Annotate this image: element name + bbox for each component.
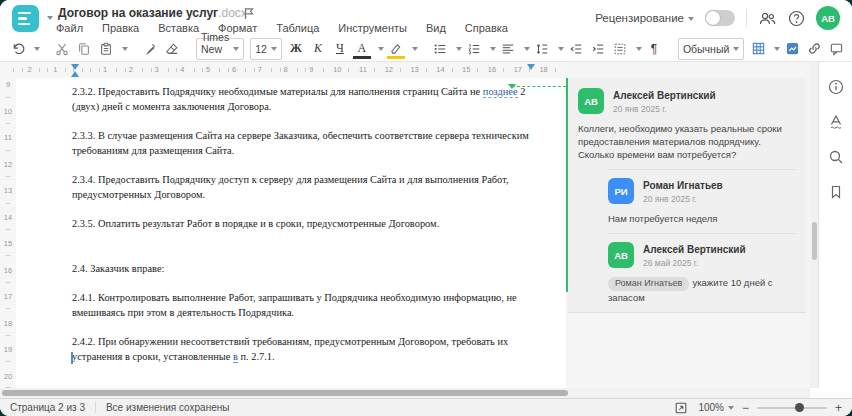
menu-file[interactable]: Файл <box>56 22 83 34</box>
spellcheck-icon[interactable] <box>827 113 845 131</box>
comment-date: 20 янв 2025 г. <box>613 104 716 114</box>
line-spacing-button[interactable] <box>532 38 552 60</box>
menu-edit[interactable]: Правка <box>102 22 139 34</box>
paste-caret-icon[interactable] <box>122 47 128 51</box>
review-mode-dropdown[interactable]: Рецензирование <box>595 12 694 24</box>
cut-button[interactable] <box>52 38 72 60</box>
vertical-scrollbar[interactable] <box>810 62 818 388</box>
paragraph-2-3-4[interactable]: 2.3.4. Предоставить Подрядчику доступ к … <box>72 172 534 202</box>
search-icon[interactable] <box>827 148 845 166</box>
zoom-in-button[interactable]: + <box>835 403 842 413</box>
underline-button[interactable]: Ч <box>330 38 350 60</box>
zoom-level-value: 100% <box>698 402 724 413</box>
style-caret-icon <box>733 47 739 51</box>
format-painter-button[interactable] <box>140 38 160 60</box>
document-info-icon[interactable] <box>827 78 845 96</box>
status-bar: Страница 2 из 3 Все изменения сохранены … <box>0 398 852 416</box>
text-cursor <box>71 352 73 364</box>
horizontal-ruler[interactable]: 21123456789101112131415161718 <box>0 62 566 79</box>
vertical-scrollbar-thumb[interactable] <box>812 222 817 260</box>
paragraph-settings-button[interactable] <box>610 38 630 60</box>
menu-tools[interactable]: Инструменты <box>338 22 407 34</box>
paragraph-2-3-3[interactable]: 2.3.3. В случае размещения Сайта на серв… <box>72 128 534 158</box>
app-menu-caret-icon[interactable] <box>47 16 53 20</box>
tracked-change-word[interactable]: позднее <box>483 86 518 98</box>
document-page[interactable]: 2.3.2. Предоставить Подрядчику необходим… <box>16 78 566 388</box>
first-line-indent-marker[interactable] <box>71 64 79 70</box>
comment-item[interactable]: АВ Алексей Вертинский 20 янв 2025 г. Кол… <box>578 88 796 161</box>
insert-table-button[interactable] <box>748 38 768 60</box>
undo-caret-icon[interactable] <box>34 47 40 51</box>
bookmark-icon[interactable] <box>827 183 845 201</box>
bullet-list-caret-icon[interactable] <box>456 47 462 51</box>
show-paragraph-marks-button[interactable]: ¶ <box>644 38 664 60</box>
zoom-level-select[interactable]: 100% <box>698 402 734 413</box>
zoom-slider[interactable] <box>757 407 827 409</box>
paragraph-2-4[interactable]: 2.4. Заказчик вправе: <box>72 261 534 276</box>
zoom-caret-icon <box>728 406 734 410</box>
insert-table-caret-icon[interactable] <box>774 47 780 51</box>
increase-indent-button[interactable] <box>588 38 608 60</box>
paste-button[interactable] <box>96 38 116 60</box>
font-name-select[interactable]: Times New ... <box>196 38 244 60</box>
font-color-caret-icon[interactable] <box>378 47 384 51</box>
highlight-button[interactable] <box>386 38 406 60</box>
numbered-list-button[interactable] <box>464 38 484 60</box>
right-sidebar <box>818 62 852 388</box>
comment-date: 26 май 2025 г. <box>643 258 746 268</box>
help-icon[interactable] <box>787 9 805 27</box>
vertical-ruler[interactable]: 91011121314151617181920 <box>0 78 17 388</box>
menu-help[interactable]: Справка <box>465 22 508 34</box>
insert-chart-button[interactable] <box>782 38 802 60</box>
paragraph-settings-caret-icon[interactable] <box>636 47 642 51</box>
toolbar: Times New ... 12 Ж К Ч А ¶ Обычный ··· <box>0 36 852 62</box>
review-caret-icon <box>688 17 694 21</box>
numbered-list-caret-icon[interactable] <box>490 47 496 51</box>
bold-button[interactable]: Ж <box>286 38 306 60</box>
line-spacing-caret-icon[interactable] <box>558 47 564 51</box>
italic-button[interactable]: К <box>308 38 328 60</box>
left-indent-marker[interactable] <box>71 71 79 77</box>
comment-thread-card[interactable]: АВ Алексей Вертинский 20 янв 2025 г. Кол… <box>568 78 806 313</box>
paragraph-2-3-2[interactable]: 2.3.2. Предоставить Подрядчику необходим… <box>72 84 534 114</box>
review-toggle[interactable] <box>705 10 735 26</box>
menu-table[interactable]: Таблица <box>276 22 319 34</box>
app-window: Договор на оказание услуг.docx Файл Прав… <box>0 0 852 416</box>
page-indicator[interactable]: Страница 2 из 3 <box>10 402 85 413</box>
horizontal-scrollbar[interactable] <box>0 388 810 398</box>
paragraph-style-select[interactable]: Обычный <box>678 38 744 60</box>
user-avatar[interactable]: АВ <box>816 6 840 30</box>
font-color-button[interactable]: А <box>352 38 372 60</box>
more-toolbar-button[interactable]: ··· <box>848 38 852 60</box>
insert-link-button[interactable] <box>804 38 824 60</box>
font-name-caret-icon <box>233 47 239 51</box>
paragraph-2-3-5[interactable]: 2.3.5. Оплатить результат Работ в порядк… <box>72 216 534 231</box>
align-caret-icon[interactable] <box>524 47 530 51</box>
decrease-indent-button[interactable] <box>566 38 586 60</box>
paragraph-2-4-2[interactable]: 2.4.2. При обнаружении несоответствий тр… <box>72 334 534 364</box>
fit-page-icon[interactable] <box>672 399 690 416</box>
horizontal-scrollbar-thumb[interactable] <box>2 390 568 396</box>
comment-reply-item[interactable]: АВ Алексей Вертинский 26 май 2025 г. Ром… <box>608 233 796 304</box>
insert-comment-button[interactable] <box>826 38 846 60</box>
mention-badge[interactable]: Роман Игнатьев <box>608 277 689 291</box>
clear-style-button[interactable] <box>162 38 182 60</box>
comment-text: Нам потребуется неделя <box>608 212 796 225</box>
undo-button[interactable] <box>8 38 28 60</box>
paragraph-2-4-1[interactable]: 2.4.1. Контролировать выполнение Работ, … <box>72 290 534 320</box>
font-size-select[interactable]: 12 <box>250 38 282 60</box>
collaborators-icon[interactable] <box>758 9 776 27</box>
menu-view[interactable]: Вид <box>426 22 446 34</box>
zoom-slider-handle[interactable] <box>795 403 804 412</box>
paragraph-text: 2.3.2. Предоставить Подрядчику необходим… <box>72 86 483 97</box>
copy-button[interactable] <box>74 38 94 60</box>
highlight-caret-icon[interactable] <box>412 47 418 51</box>
document-text[interactable]: 2.3.2. Предоставить Подрядчику необходим… <box>72 84 534 378</box>
app-logo-icon[interactable] <box>12 5 39 32</box>
header-divider <box>746 9 747 27</box>
bullet-list-button[interactable] <box>430 38 450 60</box>
menu-insert[interactable]: Вставка <box>158 22 199 34</box>
zoom-out-button[interactable]: − <box>742 403 749 413</box>
comment-reply-item[interactable]: РИ Роман Игнатьев 20 янв 2025 г. Нам пот… <box>608 169 796 225</box>
align-button[interactable] <box>498 38 518 60</box>
